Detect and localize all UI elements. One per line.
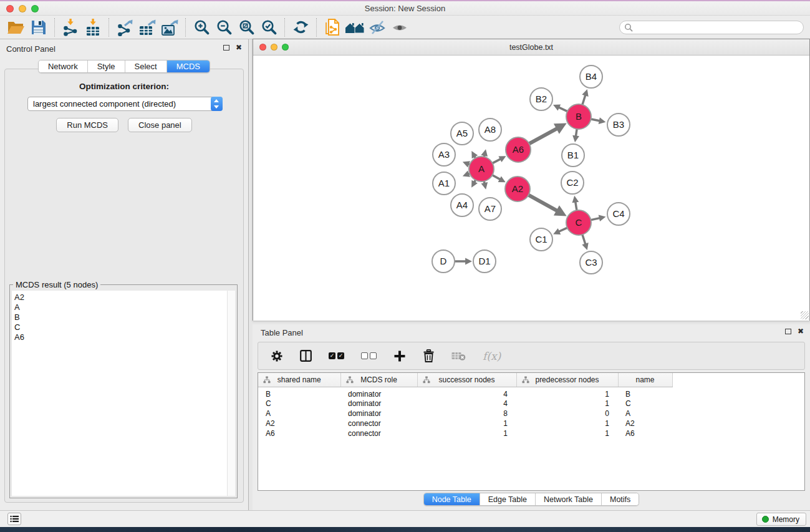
tab-style[interactable]: Style (88, 60, 125, 72)
table-cell[interactable]: 4 (417, 387, 516, 399)
close-panel-button[interactable]: Close panel (128, 118, 192, 132)
graph-node-A8[interactable]: A8 (479, 118, 501, 141)
table-row[interactable]: A2connector11A2 (258, 418, 804, 428)
column-header-successor-nodes[interactable]: successor nodes (417, 373, 516, 387)
graph-node-A[interactable]: A (469, 157, 494, 181)
task-history-button[interactable] (7, 513, 21, 525)
graph-node-B2[interactable]: B2 (530, 88, 552, 110)
graph-node-C[interactable]: C (566, 210, 591, 235)
tab-node-table[interactable]: Node Table (424, 493, 480, 505)
tab-mcds[interactable]: MCDS (167, 60, 210, 72)
table-cell[interactable]: A (618, 409, 672, 418)
select-all-columns-button[interactable]: ✓ ✓ (329, 352, 344, 359)
export-image-button[interactable] (158, 17, 181, 37)
unselect-all-columns-button[interactable] (361, 352, 377, 359)
tab-edge-table[interactable]: Edge Table (480, 493, 536, 505)
search-field[interactable] (619, 21, 804, 34)
graph-node-A2[interactable]: A2 (505, 177, 530, 201)
float-table-panel-icon[interactable] (785, 329, 791, 334)
table-cell[interactable]: 4 (417, 399, 516, 409)
delete-column-button[interactable] (423, 349, 435, 362)
result-list-item[interactable]: B (14, 312, 235, 322)
first-neighbors-button[interactable] (344, 17, 366, 37)
import-table-button[interactable] (82, 17, 104, 37)
function-builder-button[interactable]: f(x) (483, 350, 501, 362)
tab-select[interactable]: Select (125, 60, 167, 72)
graph-node-C4[interactable]: C4 (607, 203, 630, 225)
column-header-mcds-role[interactable]: MCDS role (340, 373, 417, 387)
table-cell[interactable]: C (258, 399, 340, 409)
table-cell[interactable]: 1 (516, 428, 618, 438)
column-header-name[interactable]: name (618, 373, 672, 387)
table-cell[interactable]: connector (340, 418, 417, 428)
network-window-titlebar[interactable]: testGlobe.txt (253, 39, 809, 56)
graph-node-A3[interactable]: A3 (433, 143, 455, 166)
export-network-button[interactable] (113, 17, 136, 37)
new-network-from-selection-button[interactable] (321, 17, 344, 37)
table-cell[interactable]: 1 (417, 418, 516, 428)
table-settings-button[interactable] (271, 350, 283, 362)
table-cell[interactable]: A (258, 409, 340, 418)
zoom-in-button[interactable] (190, 17, 213, 37)
close-table-panel-icon[interactable]: ✖ (798, 328, 804, 334)
graph-node-B1[interactable]: B1 (562, 144, 584, 167)
graph-node-C2[interactable]: C2 (561, 172, 584, 194)
table-cell[interactable]: 1 (516, 418, 618, 428)
table-row[interactable]: Cdominator41C (258, 399, 804, 409)
memory-button[interactable]: Memory (756, 513, 806, 526)
delete-table-button[interactable] (451, 351, 466, 361)
table-row[interactable]: Bdominator41B (258, 387, 804, 399)
graph-node-A1[interactable]: A1 (433, 172, 455, 195)
show-column-panel-button[interactable] (300, 350, 312, 362)
tab-motifs[interactable]: Motifs (602, 493, 639, 505)
run-mcds-button[interactable]: Run MCDS (56, 118, 118, 132)
save-session-button[interactable] (27, 17, 50, 37)
graph-node-C1[interactable]: C1 (530, 228, 552, 251)
tab-network-table[interactable]: Network Table (536, 493, 602, 505)
table-cell[interactable]: B (258, 387, 340, 399)
table-cell[interactable]: dominator (340, 409, 417, 418)
zoom-fit-button[interactable] (235, 17, 258, 37)
result-list-item[interactable]: C (14, 322, 235, 332)
graph-edge-A6-B[interactable] (528, 128, 557, 145)
export-table-button[interactable] (136, 17, 158, 37)
graph-node-A7[interactable]: A7 (479, 198, 501, 220)
select-stepper-icon[interactable] (211, 97, 223, 111)
column-header-shared-name[interactable]: shared name (258, 373, 340, 387)
open-session-button[interactable] (5, 17, 27, 37)
refresh-layout-button[interactable] (289, 17, 312, 37)
create-column-button[interactable] (393, 350, 406, 362)
graph-node-A4[interactable]: A4 (451, 194, 473, 216)
close-panel-icon[interactable]: ✖ (236, 44, 242, 51)
graph-node-D[interactable]: D (432, 250, 455, 273)
table-cell[interactable]: dominator (340, 387, 417, 399)
table-cell[interactable]: 1 (516, 387, 618, 399)
graph-node-B[interactable]: B (566, 104, 591, 129)
float-panel-icon[interactable] (223, 45, 229, 51)
graph-edge-A2-C[interactable] (528, 195, 557, 211)
show-all-button[interactable] (388, 17, 411, 37)
table-cell[interactable]: dominator (340, 399, 417, 409)
graph-node-B3[interactable]: B3 (607, 114, 630, 136)
table-cell[interactable]: connector (340, 428, 417, 438)
table-cell[interactable]: 1 (516, 399, 618, 409)
criterion-select[interactable]: largest connected component (directed) (27, 97, 223, 111)
zoom-out-button[interactable] (213, 17, 235, 37)
table-cell[interactable]: B (618, 387, 672, 399)
search-input[interactable] (636, 22, 803, 33)
table-cell[interactable]: A6 (618, 428, 672, 438)
result-list-item[interactable]: A2 (14, 293, 235, 302)
graph-node-B4[interactable]: B4 (580, 65, 602, 88)
tab-network[interactable]: Network (39, 60, 88, 72)
table-cell[interactable]: A6 (258, 428, 340, 438)
graph-node-C3[interactable]: C3 (580, 251, 602, 274)
table-cell[interactable]: C (618, 399, 672, 409)
table-row[interactable]: Adominator80A (258, 409, 804, 418)
table-row[interactable]: A6connector11A6 (258, 428, 804, 438)
import-network-button[interactable] (59, 17, 82, 37)
mcds-result-listbox[interactable]: A2ABCA6 (12, 291, 235, 496)
result-list-item[interactable]: A6 (14, 332, 235, 342)
table-cell[interactable]: A2 (618, 418, 672, 428)
resize-grip[interactable] (801, 311, 809, 319)
result-list-item[interactable]: A (14, 302, 235, 312)
